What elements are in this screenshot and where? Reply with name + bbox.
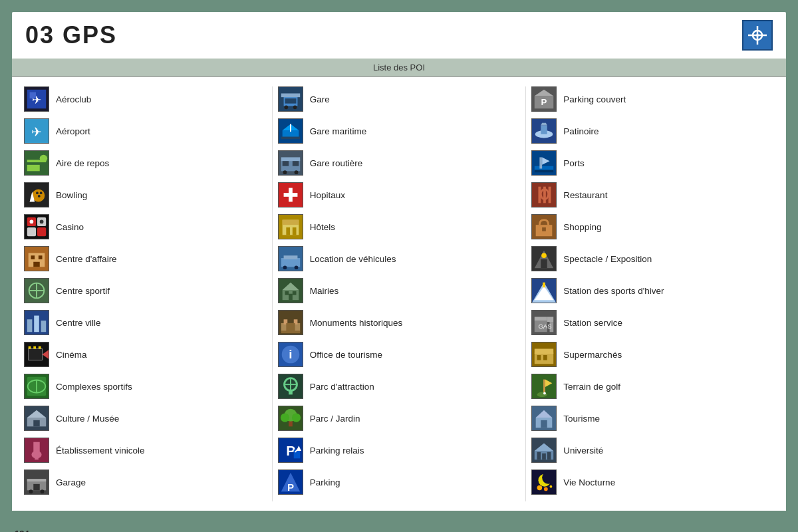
list-item[interactable]: Cinéma bbox=[24, 342, 267, 367]
list-item[interactable]: Mairies bbox=[278, 278, 521, 303]
list-item[interactable]: Monuments historiques bbox=[278, 310, 521, 335]
etablissement-vinicole-label: Établissement vinicole bbox=[56, 446, 145, 456]
column-3: P Parking couvert Patinoire bbox=[526, 86, 779, 501]
list-item[interactable]: Garage bbox=[24, 469, 267, 495]
location-vehicules-icon bbox=[278, 246, 303, 271]
aeroclub-icon: ✈ bbox=[24, 86, 49, 112]
list-item[interactable]: Hopitaux bbox=[278, 182, 521, 207]
svg-rect-74 bbox=[290, 124, 291, 132]
list-item[interactable]: Hôtels bbox=[278, 214, 521, 239]
list-item[interactable]: Centre sportif bbox=[24, 278, 267, 303]
list-item[interactable]: Parc d'attraction bbox=[278, 374, 521, 399]
svg-rect-169 bbox=[543, 355, 547, 360]
parking-label: Parking bbox=[310, 477, 340, 487]
list-item[interactable]: Parc / Jardin bbox=[278, 406, 521, 431]
list-item[interactable]: GAS Station service bbox=[531, 310, 774, 335]
svg-point-62 bbox=[29, 489, 33, 493]
svg-rect-178 bbox=[541, 420, 547, 428]
list-item[interactable]: Complexes sportifs bbox=[24, 374, 267, 399]
list-item[interactable]: Université bbox=[531, 438, 774, 463]
list-item[interactable]: ✈ Aéroport bbox=[24, 118, 267, 144]
list-item[interactable]: Supermarchés bbox=[531, 342, 774, 367]
location-vehicules-label: Location de véhicules bbox=[310, 254, 396, 264]
station-service-label: Station service bbox=[563, 318, 622, 328]
svg-rect-168 bbox=[537, 355, 541, 360]
terrain-golf-icon bbox=[531, 374, 557, 399]
list-item[interactable]: Bowling bbox=[24, 182, 267, 207]
list-item[interactable]: Gare routière bbox=[278, 150, 521, 176]
page-container: 03 GPS Liste des POI ✈ bbox=[0, 12, 798, 532]
etablissement-vinicole-icon bbox=[24, 438, 49, 463]
centre-sportif-icon bbox=[24, 278, 49, 303]
svg-rect-40 bbox=[41, 321, 47, 332]
svg-point-189 bbox=[544, 487, 548, 491]
list-item[interactable]: Spectacle / Exposition bbox=[531, 246, 774, 271]
svg-rect-153 bbox=[541, 259, 547, 268]
centre-affaire-label: Centre d'affaire bbox=[56, 254, 117, 264]
svg-rect-100 bbox=[285, 291, 289, 295]
header: 03 GPS bbox=[12, 12, 786, 59]
list-item[interactable]: Station des sports d'hiver bbox=[531, 278, 774, 303]
list-item[interactable]: Location de véhicules bbox=[278, 246, 521, 271]
svg-text:i: i bbox=[289, 347, 292, 361]
centre-sportif-label: Centre sportif bbox=[56, 286, 110, 296]
svg-rect-61 bbox=[27, 479, 46, 481]
list-item[interactable]: Aire de repos bbox=[24, 150, 267, 176]
hopitaux-label: Hopitaux bbox=[310, 190, 345, 200]
centre-ville-icon bbox=[24, 310, 49, 335]
list-item[interactable]: Terrain de golf bbox=[531, 374, 774, 399]
terrain-golf-label: Terrain de golf bbox=[563, 382, 620, 392]
sub-header-label: Liste des POI bbox=[373, 63, 425, 72]
svg-rect-46 bbox=[39, 346, 41, 349]
list-item[interactable]: Culture / Musée bbox=[24, 406, 267, 431]
svg-rect-135 bbox=[541, 125, 547, 134]
list-item[interactable]: Tourisme bbox=[531, 406, 774, 431]
list-item[interactable]: P Parking relais bbox=[278, 438, 521, 463]
svg-rect-78 bbox=[281, 157, 299, 161]
svg-rect-67 bbox=[281, 93, 299, 97]
ports-label: Ports bbox=[563, 158, 585, 168]
list-item[interactable]: Établissement vinicole bbox=[24, 438, 267, 463]
monuments-historiques-icon bbox=[278, 310, 303, 335]
list-item[interactable]: ✈ Aéroclub bbox=[24, 86, 267, 112]
cinema-icon bbox=[24, 342, 49, 367]
svg-point-68 bbox=[284, 105, 288, 109]
list-item[interactable]: Centre d'affaire bbox=[24, 246, 267, 271]
svg-rect-171 bbox=[543, 380, 545, 394]
svg-rect-79 bbox=[282, 161, 288, 166]
svg-point-27 bbox=[40, 220, 44, 224]
list-item[interactable]: P Parking couvert bbox=[531, 86, 774, 112]
svg-point-188 bbox=[537, 485, 543, 491]
list-item[interactable]: Ports bbox=[531, 150, 774, 176]
universite-label: Université bbox=[563, 446, 603, 456]
list-item[interactable]: Restaurant bbox=[531, 182, 774, 207]
list-item[interactable]: P Parking bbox=[278, 469, 521, 495]
page-title: 03 GPS bbox=[25, 21, 117, 49]
list-item[interactable]: Patinoire bbox=[531, 118, 774, 144]
svg-text:GAS: GAS bbox=[539, 323, 552, 330]
list-item[interactable]: i Office de tourisme bbox=[278, 342, 521, 367]
svg-rect-31 bbox=[39, 255, 43, 259]
list-item[interactable]: Casino bbox=[24, 214, 267, 239]
svg-rect-75 bbox=[281, 137, 299, 140]
column-1: ✈ Aéroclub ✈ Aéroport bbox=[19, 86, 273, 501]
list-item[interactable]: Gare bbox=[278, 86, 521, 112]
svg-point-26 bbox=[30, 220, 34, 224]
svg-rect-184 bbox=[543, 454, 547, 460]
culture-musee-label: Culture / Musée bbox=[56, 414, 119, 424]
list-item[interactable]: Gare maritime bbox=[278, 118, 521, 144]
svg-rect-183 bbox=[547, 452, 551, 460]
svg-rect-39 bbox=[34, 316, 39, 332]
svg-point-69 bbox=[293, 105, 297, 109]
hotels-icon bbox=[278, 214, 303, 239]
list-item[interactable]: Centre ville bbox=[24, 310, 267, 335]
list-item[interactable]: Shopping bbox=[531, 214, 774, 239]
restaurant-icon bbox=[531, 182, 557, 207]
aire-repos-icon bbox=[24, 150, 49, 176]
svg-point-17 bbox=[36, 192, 39, 194]
svg-point-95 bbox=[294, 265, 298, 269]
svg-point-154 bbox=[542, 253, 547, 258]
svg-point-187 bbox=[543, 471, 555, 484]
svg-point-18 bbox=[40, 192, 43, 194]
list-item[interactable]: Vie Nocturne bbox=[531, 469, 774, 495]
